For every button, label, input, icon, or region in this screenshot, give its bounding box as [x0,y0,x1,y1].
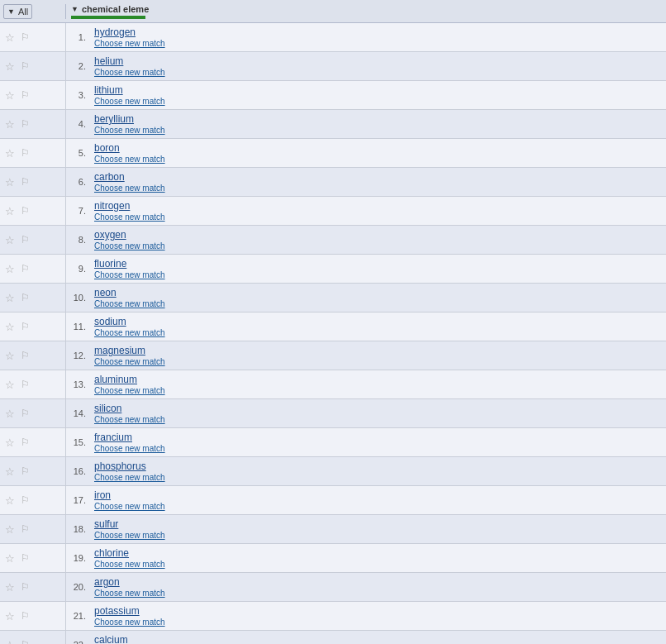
flag-icon[interactable]: ⚐ [18,291,31,304]
row-number: 14. [66,399,89,427]
choose-match-link[interactable]: Choose new match [94,531,661,540]
choose-match-link[interactable]: Choose new match [94,502,661,511]
element-name[interactable]: chlorine [94,547,661,559]
star-icon[interactable]: ☆ [3,378,17,391]
col-dropdown[interactable]: ▼ chemical eleme [71,4,149,14]
choose-match-link[interactable]: Choose new match [94,212,661,222]
element-name[interactable]: beryllium [94,113,661,125]
choose-match-link[interactable]: Choose new match [94,126,661,135]
choose-match-link[interactable]: Choose new match [94,386,661,395]
flag-icon[interactable]: ⚐ [18,204,31,217]
element-name[interactable]: phosphorus [94,460,661,472]
star-icon[interactable]: ☆ [3,175,17,188]
flag-icon[interactable]: ⚐ [18,31,31,44]
flag-icon[interactable]: ⚐ [18,262,31,275]
element-name[interactable]: boron [94,142,661,154]
star-icon[interactable]: ☆ [3,60,17,73]
element-name[interactable]: iron [94,489,661,501]
star-icon[interactable]: ☆ [3,146,17,160]
element-name[interactable]: fluorine [94,258,661,270]
flag-icon[interactable]: ⚐ [18,117,31,131]
flag-icon[interactable]: ⚐ [18,349,31,362]
element-name[interactable]: magnesium [94,345,661,356]
star-icon[interactable]: ☆ [3,262,17,275]
flag-icon[interactable]: ⚐ [18,175,31,188]
element-name[interactable]: aluminum [94,374,661,385]
flag-icon[interactable]: ⚐ [18,436,31,449]
flag-icon[interactable]: ⚐ [18,146,31,160]
choose-match-link[interactable]: Choose new match [94,270,661,279]
element-name[interactable]: sodium [94,316,661,327]
choose-match-link[interactable]: Choose new match [94,415,661,424]
choose-match-link[interactable]: Choose new match [94,560,661,569]
star-icon[interactable]: ☆ [3,88,17,102]
element-name[interactable]: calcium [94,634,661,644]
element-name[interactable]: neon [94,287,661,298]
star-icon[interactable]: ☆ [3,436,17,449]
choose-match-link[interactable]: Choose new match [94,39,661,48]
choose-match-link[interactable]: Choose new match [94,618,661,627]
row-content: oxygen Choose new match [89,226,666,254]
choose-match-link[interactable]: Choose new match [94,184,661,193]
row-controls: ☆ ⚐ [0,312,66,341]
star-icon[interactable]: ☆ [3,117,17,131]
flag-icon[interactable]: ⚐ [18,88,31,102]
element-name[interactable]: francium [94,432,661,443]
star-icon[interactable]: ☆ [3,494,17,507]
element-name[interactable]: nitrogen [94,200,661,212]
element-name[interactable]: argon [94,576,661,588]
star-icon[interactable]: ☆ [3,638,17,644]
star-icon[interactable]: ☆ [3,609,17,623]
flag-icon[interactable]: ⚐ [18,494,31,507]
row-number: 11. [66,312,89,341]
choose-match-link[interactable]: Choose new match [94,589,661,598]
row-content: sodium Choose new match [89,312,666,341]
element-name[interactable]: hydrogen [94,26,661,38]
star-icon[interactable]: ☆ [3,551,17,565]
element-name[interactable]: silicon [94,403,661,414]
flag-icon[interactable]: ⚐ [18,551,31,565]
row-controls: ☆ ⚐ [0,284,66,312]
flag-icon[interactable]: ⚐ [18,407,31,420]
choose-match-link[interactable]: Choose new match [94,328,661,337]
row-controls: ☆ ⚐ [0,52,66,80]
flag-icon[interactable]: ⚐ [18,522,31,536]
choose-match-link[interactable]: Choose new match [94,68,661,77]
row-number: 6. [66,168,89,196]
element-name[interactable]: sulfur [94,518,661,530]
flag-icon[interactable]: ⚐ [18,609,31,623]
element-name[interactable]: lithium [94,84,661,96]
element-name[interactable]: carbon [94,171,661,183]
row-content: fluorine Choose new match [89,255,666,283]
flag-icon[interactable]: ⚐ [18,638,31,644]
star-icon[interactable]: ☆ [3,580,17,594]
row-number: 3. [66,81,89,109]
star-icon[interactable]: ☆ [3,204,17,217]
choose-match-link[interactable]: Choose new match [94,357,661,366]
choose-match-link[interactable]: Choose new match [94,473,661,482]
star-icon[interactable]: ☆ [3,320,17,333]
flag-icon[interactable]: ⚐ [18,378,31,391]
choose-match-link[interactable]: Choose new match [94,299,661,308]
star-icon[interactable]: ☆ [3,291,17,304]
choose-match-link[interactable]: Choose new match [94,241,661,250]
star-icon[interactable]: ☆ [3,465,17,478]
choose-match-link[interactable]: Choose new match [94,155,661,164]
flag-icon[interactable]: ⚐ [18,233,31,246]
star-icon[interactable]: ☆ [3,233,17,246]
element-name[interactable]: potassium [94,605,661,617]
choose-match-link[interactable]: Choose new match [94,444,661,453]
flag-icon[interactable]: ⚐ [18,465,31,478]
flag-icon[interactable]: ⚐ [18,60,31,73]
element-name[interactable]: oxygen [94,229,661,241]
choose-match-link[interactable]: Choose new match [94,97,661,106]
all-dropdown[interactable]: ▼ All [3,4,32,19]
star-icon[interactable]: ☆ [3,31,17,44]
star-icon[interactable]: ☆ [3,349,17,362]
star-icon[interactable]: ☆ [3,407,17,420]
element-name[interactable]: helium [94,55,661,67]
flag-icon[interactable]: ⚐ [18,580,31,594]
flag-icon[interactable]: ⚐ [18,320,31,333]
star-icon[interactable]: ☆ [3,522,17,536]
row-content: sulfur Choose new match [89,515,666,543]
